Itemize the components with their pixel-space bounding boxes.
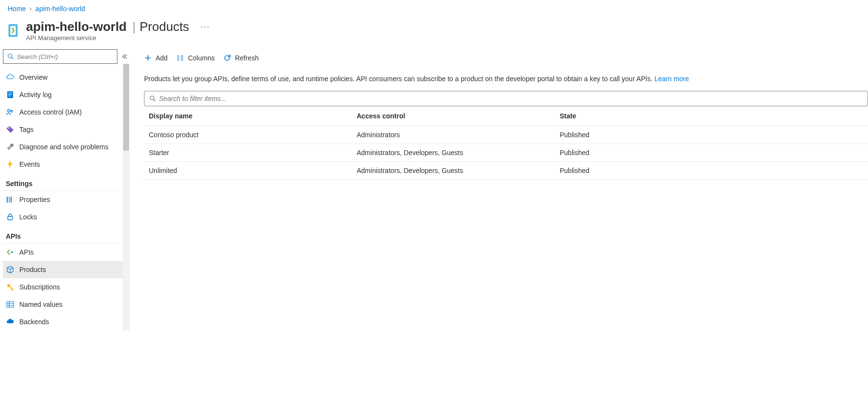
svg-point-26 [150, 96, 154, 100]
sidebar-item-events[interactable]: Events [3, 156, 123, 173]
sidebar-item-label: Backends [19, 318, 49, 326]
columns-button-label: Columns [188, 54, 215, 62]
breadcrumb: Home › apim-hello-world [0, 0, 868, 17]
svg-rect-1 [10, 26, 15, 35]
column-state[interactable]: State [555, 106, 868, 126]
search-icon [149, 95, 156, 102]
sidebar-item-backends[interactable]: Backends [3, 313, 123, 330]
refresh-button-label: Refresh [235, 54, 259, 62]
column-display-name[interactable]: Display name [144, 106, 352, 126]
wrench-icon [6, 143, 14, 151]
svg-rect-13 [11, 197, 12, 202]
filter-box[interactable] [144, 91, 868, 106]
cell-display-name: Contoso product [144, 126, 352, 144]
cell-access-control: Administrators, Developers, Guests [352, 161, 555, 179]
breadcrumb-resource[interactable]: apim-hello-world [35, 5, 85, 13]
table-header-row: Display name Access control State [144, 106, 868, 126]
sidebar-item-named-values[interactable]: Named values [3, 296, 123, 313]
sidebar-item-label: Diagnose and solve problems [19, 143, 108, 151]
page-header: apim-hello-world | Products ··· API Mana… [0, 17, 868, 47]
svg-point-9 [11, 110, 13, 112]
sidebar-scrollbar[interactable] [123, 64, 130, 330]
scrollbar-thumb[interactable] [123, 64, 129, 151]
sidebar-item-apis[interactable]: APIs [3, 244, 123, 261]
svg-line-27 [154, 99, 156, 101]
tag-icon [6, 125, 14, 134]
key-icon [6, 283, 14, 291]
sidebar-item-label: Properties [19, 196, 50, 203]
lightning-icon [6, 160, 14, 169]
column-access-control[interactable]: Access control [352, 106, 555, 126]
main-content: Add Columns Refresh Products let you gro… [132, 47, 868, 335]
svg-rect-11 [7, 197, 8, 202]
sidebar-item-locks[interactable]: Locks [3, 208, 123, 226]
table-row[interactable]: Unlimited Administrators, Developers, Gu… [144, 161, 868, 179]
grid-icon [6, 300, 14, 309]
cell-state: Published [555, 144, 868, 161]
svg-rect-12 [9, 197, 10, 202]
cell-state: Published [555, 161, 868, 179]
api-icon [6, 248, 14, 257]
sidebar-item-properties[interactable]: Properties [3, 191, 123, 208]
sidebar-search-input[interactable] [17, 53, 113, 60]
service-type-label: API Management service [26, 34, 210, 42]
cloud-icon [6, 73, 14, 82]
svg-rect-5 [8, 93, 12, 93]
table-row[interactable]: Starter Administrators, Developers, Gues… [144, 144, 868, 161]
sidebar-group-apis: APIs [3, 226, 120, 244]
title-separator: | [132, 19, 136, 34]
toolbar: Add Columns Refresh [144, 47, 868, 69]
collapse-sidebar-button[interactable] [120, 50, 130, 63]
sidebar-item-diagnose[interactable]: Diagnose and solve problems [3, 138, 123, 156]
sidebar-item-label: Locks [19, 213, 37, 221]
plus-icon [144, 54, 152, 62]
svg-point-8 [8, 110, 10, 112]
description-text: Products let you group APIs, define term… [144, 75, 654, 83]
sidebar-item-products[interactable]: Products [3, 261, 123, 278]
sidebar-search[interactable] [3, 49, 117, 64]
breadcrumb-home[interactable]: Home [8, 5, 26, 13]
sidebar-item-label: Tags [19, 126, 34, 133]
sidebar-item-access-control[interactable]: Access control (IAM) [3, 103, 123, 121]
products-table: Display name Access control State Contos… [144, 106, 868, 180]
sidebar-item-subscriptions[interactable]: Subscriptions [3, 278, 123, 296]
service-icon [5, 22, 21, 39]
people-icon [6, 108, 14, 116]
columns-icon [176, 54, 184, 62]
cell-display-name: Unlimited [144, 161, 352, 179]
svg-line-3 [12, 57, 14, 59]
cell-display-name: Starter [144, 144, 352, 161]
sidebar-item-activity-log[interactable]: Activity log [3, 86, 123, 103]
svg-rect-16 [7, 302, 14, 307]
search-icon [7, 53, 14, 60]
more-actions-button[interactable]: ··· [201, 23, 210, 31]
properties-icon [6, 195, 14, 204]
svg-rect-6 [8, 94, 12, 95]
sidebar-item-label: Subscriptions [19, 283, 60, 291]
sidebar-group-settings: Settings [3, 173, 120, 191]
filter-input[interactable] [159, 95, 863, 102]
sidebar-item-label: Events [19, 160, 40, 168]
sidebar-item-label: Activity log [19, 91, 52, 99]
cell-state: Published [555, 126, 868, 144]
log-icon [6, 90, 14, 99]
add-button-label: Add [156, 54, 168, 62]
refresh-icon [223, 54, 231, 62]
sidebar-item-overview[interactable]: Overview [3, 69, 123, 86]
table-row[interactable]: Contoso product Administrators Published [144, 126, 868, 144]
page-title-section: Products [140, 19, 189, 34]
svg-rect-14 [8, 216, 13, 220]
sidebar-item-label: Access control (IAM) [19, 108, 82, 116]
box-icon [6, 265, 14, 274]
svg-point-10 [8, 128, 9, 129]
columns-button[interactable]: Columns [176, 54, 215, 62]
learn-more-link[interactable]: Learn more [654, 75, 689, 83]
sidebar: Overview Activity log Access control (IA… [0, 47, 132, 335]
sidebar-item-label: APIs [19, 248, 34, 256]
chevron-right-icon: › [29, 5, 31, 12]
sidebar-item-tags[interactable]: Tags [3, 121, 123, 138]
add-button[interactable]: Add [144, 54, 168, 62]
svg-point-2 [8, 54, 12, 58]
refresh-button[interactable]: Refresh [223, 54, 259, 62]
sidebar-item-label: Products [19, 266, 46, 273]
